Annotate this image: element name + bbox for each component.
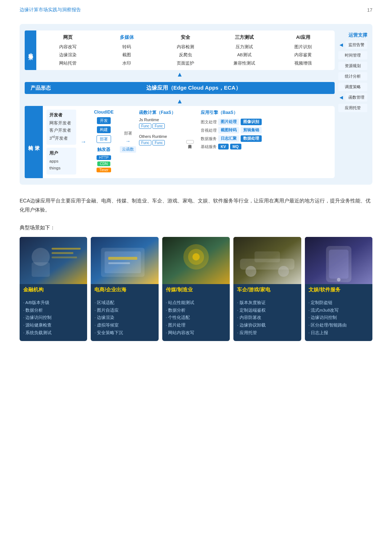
biz-col-2-item-1: 转码 <box>122 44 131 50</box>
card-item-2-1: · 区域适配 <box>94 299 155 307</box>
card-item-4-1: · 版本灰度验证 <box>237 299 297 307</box>
cloudide-trigger-col: CloudIDE 开发 构建 部署 触发器 HTTP CDN Timer <box>91 110 117 175</box>
baas-chip-2a: 截图转码 <box>218 127 239 134</box>
card-item-5-4: · 区分处理/智能路由 <box>309 321 369 329</box>
biz-col-5-item-3: 视频增强 <box>294 60 312 66</box>
biz-col-5: AI应用 图片识别 内容鉴黄 视频增强 <box>275 34 331 66</box>
user-title: 用户 <box>49 150 73 156</box>
svg-rect-3 <box>52 248 81 250</box>
baas-label-2: 音视处理 <box>201 128 217 133</box>
card-body-4: · 版本灰度验证 · 定制远端鉴权 · 内容防篡改 · 边缘协议卸载 · 应用托… <box>233 295 301 341</box>
page-content: 业务场景 网页 内容改写 边缘渲染 网站托管 多媒体 转码 <box>0 17 392 352</box>
svg-rect-19 <box>254 251 280 262</box>
arrow-left-2: ◄ <box>338 94 344 101</box>
page-number: 17 <box>367 7 372 13</box>
diagram-outer: 业务场景 网页 内容改写 边缘渲染 网站托管 多媒体 转码 <box>25 30 367 178</box>
biz-col-4-header: 三方测试 <box>235 34 254 41</box>
user-item-2: things <box>49 165 73 172</box>
card-image-3 <box>162 237 230 284</box>
svg-rect-22 <box>329 250 348 279</box>
page-header: 边缘计算市场实践与洞察报告 17 <box>0 0 392 17</box>
cdn-chip: CDN <box>97 161 110 166</box>
card-title-text-1: 金融机构 <box>23 287 44 292</box>
biz-col-2-header: 多媒体 <box>120 34 134 41</box>
btn-deploy: 部署 <box>97 135 111 143</box>
card-item-5-3: · 边缘访问控制 <box>309 314 369 321</box>
baas-row-1: 图文处理 图片处理 图像识别 <box>201 119 331 125</box>
biz-col-5-header: AI应用 <box>296 34 310 41</box>
capability-col: 能力调用 <box>182 110 198 175</box>
baas-chip-1b: 图像识别 <box>241 119 262 125</box>
ops-item-7: 应用托管 <box>338 104 367 112</box>
scenario-card-3: 传媒/制造业 · 站点性能测试 · 数据分析 · 个性化适配 · 图片处理 · … <box>162 237 230 341</box>
ops-arrow-2: ◄ 函数管理 <box>338 93 367 102</box>
ops-item-3: 资源规划 <box>338 62 367 70</box>
card-body-5: · 定制防盗链 · 流式m3u8改写 · 边缘访问控制 · 区分处理/智能路由 … <box>305 295 372 341</box>
card-image-5 <box>305 237 372 284</box>
biz-col-1-header: 网页 <box>63 34 73 41</box>
card-title-bar-2: 电商/企业出海 <box>91 284 158 295</box>
biz-col-1-item-3: 网站托管 <box>59 60 77 66</box>
dev-item-3: 3rd开发者 <box>49 134 73 142</box>
section-label: 典型场景如下： <box>20 225 372 231</box>
header-title: 边缘计算市场实践与洞察报告 <box>20 7 81 13</box>
ops-item-2: 时间管理 <box>338 51 367 59</box>
cloudide-box: CloudIDE 开发 构建 部署 <box>91 110 117 144</box>
baas-title: 应用引擎（BaaS） <box>201 110 331 116</box>
card-title-bar-3: 传媒/制造业 <box>162 284 230 295</box>
card-item-1-2: · 数据分析 <box>23 307 83 314</box>
svg-point-14 <box>192 253 200 260</box>
svg-rect-4 <box>52 252 73 254</box>
svg-rect-2 <box>32 262 50 277</box>
baas-chip-4b: MQ <box>230 144 241 149</box>
card-item-3-2: · 数据分析 <box>166 307 226 314</box>
biz-col-4-item-2: AB测试 <box>237 52 251 58</box>
func-chip-2b: Func <box>152 140 165 145</box>
baas-chip-2b: 剪辑集锦 <box>241 127 262 134</box>
card-title-bar-1: 金融机构 <box>20 284 87 295</box>
trigger-title: 触发器 <box>97 147 110 153</box>
biz-col-3-item-3: 页面监护 <box>177 60 194 66</box>
baas-row-4: 基础服务 KV MQ <box>201 144 331 149</box>
baas-col: 应用引擎（BaaS） 图文处理 图片处理 图像识别 音视处理 截图转码 <box>201 110 331 175</box>
yunhanshu-label: 云函数 <box>120 146 136 153</box>
svg-point-23 <box>337 278 340 282</box>
biz-label: 业务场景 <box>25 30 36 70</box>
biz-col-3: 安全 内容检测 反爬虫 页面监护 <box>158 34 213 66</box>
diagram-container: 业务场景 网页 内容改写 边缘渲染 网站托管 多媒体 转码 <box>20 24 372 185</box>
arrow-up-1: ▲ <box>25 71 335 78</box>
card-body-1: · A/B版本升级 · 数据分析 · 边缘访问控制 · 源站健康检查 · 系统负… <box>20 295 87 341</box>
card-item-1-5: · 系统负载测试 <box>23 329 83 337</box>
baas-label-3: 数据服务 <box>201 136 217 141</box>
baas-label-1: 图文处理 <box>201 119 217 125</box>
card-title-bar-4: 车企/游戏/家电 <box>233 284 301 295</box>
card-item-3-3: · 个性化适配 <box>166 314 226 321</box>
tech-content: 开发者 网客开发者 客户开发者 3rd开发者 用户 apps things <box>43 106 335 178</box>
card-item-5-5: · 日志上报 <box>309 329 369 337</box>
biz-col-3-header: 安全 <box>181 34 190 41</box>
svg-rect-10 <box>109 262 130 264</box>
faas-col: 函数计算（FaaS） Js Runtime Func Func Others R… <box>139 110 179 175</box>
card-img-bg-3 <box>162 237 230 284</box>
tech-section: 技术结构 开发者 网客开发者 客户开发者 3rd开发者 <box>25 106 335 178</box>
svg-point-17 <box>245 266 256 277</box>
scenario-card-4: 车企/游戏/家电 · 版本灰度验证 · 定制远端鉴权 · 内容防篡改 · 边缘协… <box>233 237 301 341</box>
ops-item-6: 函数管理 <box>346 93 367 102</box>
baas-chip-4a: KV <box>218 144 229 149</box>
card-item-2-3: · 边缘渲染 <box>94 314 155 321</box>
func-chips-2: Func Func <box>139 140 165 145</box>
biz-col-5-item-2: 内容鉴黄 <box>294 52 312 58</box>
card-body-3: · 站点性能测试 · 数据分析 · 个性化适配 · 图片处理 · 网站内容改写 <box>162 295 230 341</box>
ops-item-1: 监控告警 <box>346 41 367 49</box>
js-runtime: Js Runtime <box>139 118 159 122</box>
card-img-bg-1 <box>20 237 87 284</box>
card-img-bg-5 <box>305 237 372 284</box>
btn-build: 构建 <box>97 126 111 133</box>
card-body-2: · 区域适配 · 图片自适应 · 边缘渲染 · 虚拟等候室 · 安全策略下沉 <box>91 295 158 341</box>
cloudide-title: CloudIDE <box>94 110 114 115</box>
dev-item-1: 网客开发者 <box>49 120 73 127</box>
btn-develop: 开发 <box>97 117 111 124</box>
ops-item-5: 调度策略 <box>338 83 367 91</box>
svg-rect-5 <box>52 257 77 258</box>
svg-point-18 <box>278 266 289 277</box>
